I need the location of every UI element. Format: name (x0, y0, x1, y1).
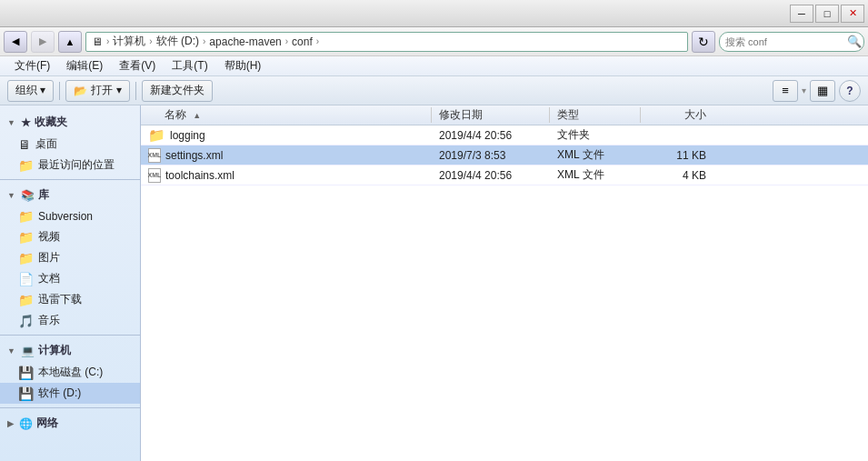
help-button[interactable]: ? (839, 80, 861, 102)
refresh-button[interactable]: ↻ (692, 31, 715, 53)
file-list-header: 名称 ▲ 修改日期 类型 大小 (141, 105, 868, 125)
up-button[interactable]: ▲ (58, 31, 82, 53)
sidebar-item-recent[interactable]: 📁 最近访问的位置 (0, 155, 140, 175)
search-input[interactable] (719, 32, 864, 52)
sort-indicator: ▲ (193, 111, 201, 120)
xml-icon: XML (148, 148, 161, 163)
menu-view[interactable]: 查看(V) (112, 56, 163, 75)
sidebar-item-docs-label: 文档 (38, 271, 60, 286)
sidebar-item-ddrive-label: 软件 (D:) (38, 386, 81, 401)
network-icon: 🌐 (19, 417, 33, 430)
sidebar-item-docs[interactable]: 📄 文档 (0, 268, 140, 289)
docs-icon: 📄 (18, 272, 34, 286)
ddrive-icon: 💾 (18, 386, 34, 401)
file-pane: 名称 ▲ 修改日期 类型 大小 📁 logging 2019/4/4 20:56… (141, 105, 868, 461)
breadcrumb-maven[interactable]: apache-maven (209, 35, 281, 48)
sidebar-item-pictures-label: 图片 (38, 250, 60, 266)
breadcrumb-conf[interactable]: conf (292, 35, 313, 48)
view-dropdown-arrow[interactable]: ▾ (802, 85, 806, 95)
breadcrumb-icon: 🖥 (92, 35, 103, 48)
sidebar-item-cdrive[interactable]: 💾 本地磁盘 (C:) (0, 362, 140, 383)
sidebar-item-cdrive-label: 本地磁盘 (C:) (38, 365, 103, 380)
sidebar-item-desktop[interactable]: 🖥 桌面 (0, 134, 140, 155)
recent-icon: 📁 (18, 158, 34, 173)
sidebar-item-thunder-label: 迅雷下载 (38, 292, 82, 307)
favorites-chevron: ▼ (7, 118, 15, 127)
cdrive-icon: 💾 (18, 366, 34, 380)
file-type-cell: XML 文件 (550, 167, 641, 183)
sidebar-item-video-label: 视频 (38, 229, 60, 245)
header-size[interactable]: 大小 (641, 107, 713, 123)
toolbar: 组织 ▾ 📂 打开 ▾ 新建文件夹 ≡ ▾ ▦ ? (0, 76, 868, 105)
forward-button[interactable]: ▶ (31, 31, 55, 53)
view-toggle-button[interactable]: ≡ (773, 80, 798, 102)
open-button[interactable]: 📂 打开 ▾ (65, 80, 129, 102)
file-name-cell: 📁 logging (141, 127, 432, 144)
computer-header[interactable]: ▼ 💻 计算机 (0, 339, 140, 362)
newfolder-button[interactable]: 新建文件夹 (142, 80, 213, 102)
favorites-header[interactable]: ▼ ★ 收藏夹 (0, 111, 140, 134)
pictures-icon: 📁 (18, 251, 34, 266)
file-rows-container: 📁 logging 2019/4/4 20:56 文件夹 XML setting… (141, 125, 868, 185)
view-split-button[interactable]: ▦ (810, 80, 835, 102)
header-name[interactable]: 名称 ▲ (141, 107, 432, 123)
sidebar-item-ddrive[interactable]: 💾 软件 (D:) (0, 383, 140, 404)
subversion-icon: 📁 (18, 209, 34, 224)
maximize-button[interactable]: □ (815, 5, 839, 23)
menu-file[interactable]: 文件(F) (7, 56, 57, 75)
sidebar-item-pictures[interactable]: 📁 图片 (0, 247, 140, 268)
toolbar-divider-1 (59, 82, 60, 100)
file-type-cell: 文件夹 (550, 127, 641, 143)
xml-icon: XML (148, 168, 161, 183)
table-row[interactable]: XML toolchains.xml 2019/4/4 20:56 XML 文件… (141, 165, 868, 185)
header-type[interactable]: 类型 (550, 107, 641, 123)
breadcrumb[interactable]: 🖥 › 计算机 › 软件 (D:) › apache-maven › conf … (85, 32, 688, 52)
sidebar-item-video[interactable]: 📁 视频 (0, 226, 140, 247)
sidebar-item-subversion[interactable]: 📁 Subversion (0, 206, 140, 226)
menu-edit[interactable]: 编辑(E) (59, 56, 110, 75)
main-layout: ▼ ★ 收藏夹 🖥 桌面 📁 最近访问的位置 ▼ 📚 库 📁 Subversio… (0, 105, 868, 461)
library-label: 库 (38, 187, 49, 203)
thunder-icon: 📁 (18, 293, 34, 307)
file-name-cell: XML settings.xml (141, 148, 432, 163)
file-date-cell: 2019/7/3 8:53 (432, 149, 550, 162)
file-type-cell: XML 文件 (550, 147, 641, 163)
sidebar-item-recent-label: 最近访问的位置 (38, 157, 115, 173)
table-row[interactable]: 📁 logging 2019/4/4 20:56 文件夹 (141, 125, 868, 145)
favorites-icon: ★ (21, 116, 31, 129)
sidebar-item-thunder[interactable]: 📁 迅雷下载 (0, 289, 140, 310)
breadcrumb-drive[interactable]: 软件 (D:) (156, 34, 199, 49)
library-icon: 📚 (21, 189, 35, 202)
header-date[interactable]: 修改日期 (432, 107, 550, 123)
titlebar: ─ □ ✕ (0, 0, 868, 27)
back-button[interactable]: ◀ (4, 31, 27, 53)
library-header[interactable]: ▼ 📚 库 (0, 184, 140, 206)
computer-icon: 💻 (21, 345, 35, 357)
organize-button[interactable]: 组织 ▾ (7, 80, 54, 102)
minimize-button[interactable]: ─ (790, 5, 813, 23)
addressbar: ◀ ▶ ▲ 🖥 › 计算机 › 软件 (D:) › apache-maven ›… (0, 27, 868, 56)
toolbar-divider-2 (135, 82, 136, 100)
menu-tools[interactable]: 工具(T) (165, 56, 215, 75)
file-name: logging (170, 129, 205, 142)
close-button[interactable]: ✕ (841, 5, 864, 23)
network-label: 网络 (36, 416, 58, 431)
folder-icon: 📁 (148, 127, 165, 144)
desktop-icon: 🖥 (18, 137, 31, 152)
table-row[interactable]: XML settings.xml 2019/7/3 8:53 XML 文件 11… (141, 145, 868, 165)
network-chevron: ▶ (7, 419, 14, 428)
sidebar-divider-3 (0, 407, 140, 408)
open-label: 打开 ▾ (91, 83, 121, 98)
sidebar-item-desktop-label: 桌面 (35, 136, 57, 152)
sidebar-item-subversion-label: Subversion (38, 210, 93, 223)
sidebar-item-music[interactable]: 🎵 音乐 (0, 310, 140, 331)
sidebar-divider-2 (0, 335, 140, 336)
sidebar-divider-1 (0, 179, 140, 180)
breadcrumb-computer[interactable]: 计算机 (113, 34, 145, 49)
menu-help[interactable]: 帮助(H) (217, 56, 269, 75)
file-date-cell: 2019/4/4 20:56 (432, 169, 550, 182)
network-header[interactable]: ▶ 🌐 网络 (0, 412, 140, 435)
file-name-cell: XML toolchains.xml (141, 168, 432, 183)
search-icon[interactable]: 🔍 (844, 32, 864, 52)
file-size-cell: 11 KB (641, 149, 713, 162)
